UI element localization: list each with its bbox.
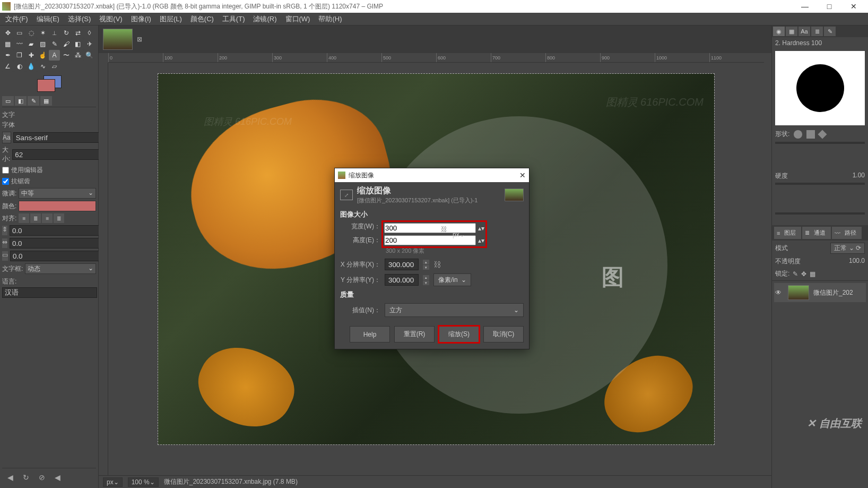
layer-item[interactable]: 👁 微信图片_202 <box>774 283 866 302</box>
size-input[interactable] <box>12 149 107 160</box>
shape-diamond-icon[interactable] <box>818 130 827 139</box>
tool-crop-icon[interactable]: ⟂ <box>49 28 60 38</box>
menu-tools[interactable]: 工具(T) <box>219 13 248 25</box>
menu-file[interactable]: 文件(F) <box>2 13 31 25</box>
minimize-icon[interactable]: — <box>793 2 817 11</box>
tool-cage-icon[interactable]: ▱ <box>49 61 60 72</box>
reset-button[interactable]: 重置(R) <box>394 326 435 343</box>
opt-tab-2[interactable]: ◧ <box>15 96 27 106</box>
lock-alpha-icon[interactable]: ▦ <box>810 270 815 278</box>
cancel-button[interactable]: 取消(C) <box>483 326 524 343</box>
help-button[interactable]: Help <box>350 326 390 343</box>
font-icon[interactable]: Aa <box>2 132 11 143</box>
tool-path-icon[interactable]: 〜 <box>60 50 72 61</box>
antialias-checkbox[interactable] <box>2 178 9 185</box>
font-input[interactable] <box>13 132 108 143</box>
tool-eraser-icon[interactable]: ◧ <box>72 39 83 49</box>
tool-curves-icon[interactable]: ∿ <box>37 61 48 72</box>
tool-warp-icon[interactable]: 〰 <box>14 39 25 49</box>
hint-select[interactable]: 中等⌄ <box>19 188 96 199</box>
tool-blur-icon[interactable]: 💧 <box>25 61 37 72</box>
extra-slider[interactable] <box>775 212 865 215</box>
close-icon[interactable]: ✕ <box>841 2 866 11</box>
fg-color[interactable] <box>37 79 55 92</box>
tool-rotate-icon[interactable]: ↻ <box>60 28 72 38</box>
tool-brush-icon[interactable]: 🖌 <box>60 39 72 49</box>
spacing2-input[interactable] <box>10 238 105 249</box>
tool-unified-icon[interactable]: ▦ <box>2 39 13 49</box>
tool-move-icon[interactable]: ✥ <box>2 28 13 38</box>
lang-input[interactable] <box>2 287 97 298</box>
menu-image[interactable]: 图像(I) <box>128 13 154 25</box>
status-unit[interactable]: px ⌄ <box>103 477 123 487</box>
spacing1-input[interactable] <box>10 225 105 236</box>
lock-pixel-icon[interactable]: ✎ <box>793 270 798 278</box>
height-down-icon[interactable]: ▾ <box>481 237 484 244</box>
tool-text-icon[interactable]: A <box>49 50 60 61</box>
opt-tab-3[interactable]: ✎ <box>28 96 39 106</box>
hardness-slider[interactable] <box>775 183 865 185</box>
menu-colors[interactable]: 颜色(C) <box>187 13 217 25</box>
tool-heal-icon[interactable]: ✚ <box>25 50 37 61</box>
link-dims-icon[interactable]: ⛓ <box>441 226 447 233</box>
layer-visibility-icon[interactable]: 👁 <box>775 289 784 296</box>
brushes-tab-icon[interactable]: ◉ <box>773 27 785 36</box>
menu-edit[interactable]: 编辑(E) <box>33 13 63 25</box>
color-swatch[interactable] <box>2 75 96 96</box>
yres-input[interactable] <box>385 274 419 286</box>
res-unit-select[interactable]: 像素/in⌄ <box>433 273 471 286</box>
lock-position-icon[interactable]: ✥ <box>801 270 806 278</box>
yres-up-icon[interactable]: ▴ <box>423 275 429 280</box>
yres-down-icon[interactable]: ▾ <box>423 280 429 285</box>
menu-windows[interactable]: 窗口(W) <box>282 13 314 25</box>
tool-flip-icon[interactable]: ⇄ <box>72 28 83 38</box>
tool-free-select-icon[interactable]: ◌ <box>25 28 37 38</box>
tool-bucket-icon[interactable]: ▰ <box>25 39 37 49</box>
paint-tab-icon[interactable]: ✎ <box>824 27 836 36</box>
align-justify-icon[interactable]: ≣ <box>54 213 64 223</box>
tool-smudge-icon[interactable]: ☝ <box>37 50 48 61</box>
use-editor-checkbox[interactable] <box>2 167 9 174</box>
maximize-icon[interactable]: □ <box>817 2 841 11</box>
brush-preview[interactable] <box>775 51 865 125</box>
patterns-tab-icon[interactable]: ▦ <box>786 27 797 36</box>
mode-select[interactable]: 正常 ⌄ ⟳ <box>830 243 865 254</box>
xres-input[interactable] <box>385 259 419 270</box>
dims-unit-select[interactable]: px⌄ <box>453 231 465 238</box>
layers-tab[interactable]: ≡ 图层 <box>774 227 801 239</box>
menu-layer[interactable]: 图层(L) <box>157 13 185 25</box>
tool-ink-icon[interactable]: ✒ <box>2 50 13 61</box>
text-color-swatch[interactable] <box>19 201 96 211</box>
channels-tab[interactable]: ≣ 通道 <box>802 227 831 239</box>
xres-up-icon[interactable]: ▴ <box>423 260 429 264</box>
tool-measure-icon[interactable]: ∠ <box>2 61 13 72</box>
tool-perspective-icon[interactable]: ◊ <box>84 28 95 38</box>
shape-circle-icon[interactable] <box>794 130 802 139</box>
image-tab-thumb[interactable] <box>103 29 133 50</box>
menu-help[interactable]: 帮助(H) <box>315 13 345 25</box>
tool-fuzzy-select-icon[interactable]: ✶ <box>37 28 48 38</box>
menu-filters[interactable]: 滤镜(R) <box>250 13 280 25</box>
opt-tab-4[interactable]: ▦ <box>40 96 52 106</box>
tool-clone-icon[interactable]: ❐ <box>14 50 25 61</box>
tab-close-icon[interactable]: ⊠ <box>137 36 142 43</box>
shape-slider[interactable] <box>775 142 865 144</box>
tool-color-picker-icon[interactable]: ⁂ <box>72 50 83 61</box>
link-res-icon[interactable]: ⛓ <box>433 260 441 269</box>
dialog-close-icon[interactable]: ✕ <box>519 171 526 179</box>
history-tab-icon[interactable]: ≣ <box>811 27 823 36</box>
align-left-icon[interactable]: ≡ <box>19 213 29 223</box>
align-center-icon[interactable]: ≣ <box>30 213 41 223</box>
width-down-icon[interactable]: ▾ <box>481 225 484 232</box>
textbox-select[interactable]: 动态⌄ <box>25 263 96 274</box>
tool-rect-select-icon[interactable]: ▭ <box>14 28 25 38</box>
paths-tab[interactable]: 〰 路径 <box>832 227 862 239</box>
tool-pencil-icon[interactable]: ✎ <box>49 39 60 49</box>
xres-down-icon[interactable]: ▾ <box>423 265 429 270</box>
tool-gradient-icon[interactable]: ▨ <box>37 39 48 49</box>
align-right-icon[interactable]: ≡ <box>42 213 53 223</box>
dialog-titlebar[interactable]: 缩放图像 ✕ <box>335 168 529 182</box>
tool-airbrush-icon[interactable]: ✈ <box>84 39 95 49</box>
interp-select[interactable]: 立方⌄ <box>385 303 524 317</box>
delete-opts-icon[interactable]: ⊘ <box>39 473 45 482</box>
